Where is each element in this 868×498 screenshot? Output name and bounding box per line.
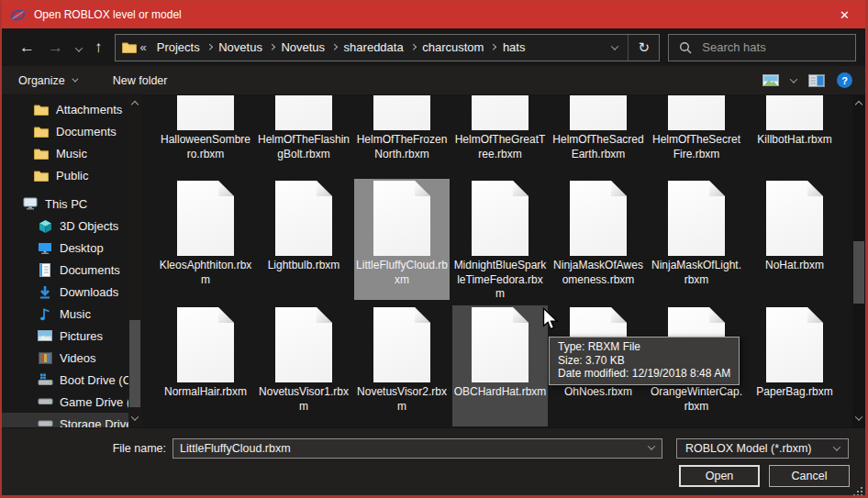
scrollbar-thumb[interactable] <box>129 320 140 407</box>
file-item[interactable]: NoHat.rbxm <box>747 179 842 300</box>
file-item[interactable]: NinjaMaskOfAwesomeness.rbxm <box>551 179 646 300</box>
drive-icon <box>37 397 53 406</box>
file-label: HalloweenSombrero.rbxm <box>159 133 252 161</box>
file-item-hovered[interactable]: OBCHardHat.rbxm <box>452 305 548 426</box>
refresh-button[interactable]: ↻ <box>629 35 659 61</box>
file-item[interactable]: PaperBag.rbxm <box>747 305 842 426</box>
file-list-scrollbar[interactable] <box>852 95 865 427</box>
history-dropdown[interactable] <box>70 39 88 55</box>
help-button[interactable]: ? <box>837 72 852 88</box>
file-item[interactable]: HalloweenSombrero.rbxm <box>158 95 253 174</box>
new-folder-button[interactable]: New folder <box>113 74 168 87</box>
file-label: HelmOfTheGreatTree.rbxm <box>453 133 547 161</box>
chevron-down-icon <box>833 443 840 450</box>
sidebar-item-public[interactable]: Public <box>2 164 141 186</box>
file-label: NovetusVisor1.rbxm <box>257 385 351 414</box>
breadcrumb-item[interactable]: hats <box>496 40 532 54</box>
address-dropdown-button[interactable] <box>602 35 628 61</box>
file-icon <box>766 95 823 130</box>
organize-button[interactable]: Organize <box>18 74 76 87</box>
sidebar-item-label: Attachments <box>56 103 122 116</box>
back-button[interactable]: ← <box>13 39 41 55</box>
file-icon <box>570 95 627 130</box>
change-view-icon[interactable] <box>762 74 779 86</box>
file-item[interactable]: NovetusVisor2.rbxm <box>354 305 450 426</box>
file-item[interactable]: HelmOfTheSacredEarth.rbxm <box>551 95 646 174</box>
file-item[interactable]: NormalHair.rbxm <box>158 305 253 426</box>
sidebar-item-downloads[interactable]: Downloads <box>2 281 141 303</box>
scrollbar-thumb[interactable] <box>853 241 864 304</box>
document-icon <box>37 263 53 277</box>
file-name-combobox[interactable] <box>172 438 662 459</box>
sidebar-item-documents[interactable]: Documents <box>2 259 141 281</box>
file-item[interactable]: Lightbulb.rbxm <box>256 179 351 300</box>
file-label: HelmOfTheFrozenNorth.rbxm <box>355 133 449 161</box>
sidebar-scrollbar[interactable] <box>128 95 141 427</box>
folder-icon <box>33 148 50 160</box>
breadcrumb-item[interactable]: Projects <box>150 40 206 54</box>
file-icon <box>668 95 725 130</box>
forward-button[interactable]: → <box>41 39 70 55</box>
file-item[interactable]: MidnightBlueSparkleTimeFedora.rbxm <box>452 179 548 300</box>
sidebar-item-documents-folder[interactable]: Documents <box>2 120 141 142</box>
file-label: KleosAphthiton.rbxm <box>159 259 252 287</box>
file-icon <box>177 307 234 382</box>
file-label: Lightbulb.rbxm <box>257 259 351 273</box>
resize-grip[interactable] <box>861 494 862 496</box>
sidebar-item-attachments[interactable]: Attachments <box>2 98 141 120</box>
sidebar-item-storage-drive[interactable]: Storage Drive (G <box>2 413 141 427</box>
sidebar-item-desktop[interactable]: Desktop <box>2 237 141 259</box>
breadcrumb-item[interactable]: shareddata <box>338 40 410 54</box>
file-icon <box>177 181 234 256</box>
file-item-selected[interactable]: LittleFluffyCloud.rbxm <box>354 179 450 300</box>
file-item[interactable]: KleosAphthiton.rbxm <box>158 179 253 300</box>
scroll-down-icon[interactable] <box>855 413 862 420</box>
view-dropdown-icon[interactable] <box>790 75 797 83</box>
file-item[interactable]: NovetusVisor1.rbxm <box>256 305 351 426</box>
file-type-select[interactable]: ROBLOX Model (*.rbxm) <box>676 438 849 459</box>
folder-icon <box>122 41 137 53</box>
sidebar-item-label: Music <box>56 147 87 160</box>
file-item[interactable]: NinjaMaskOfLight.rbxm <box>649 179 744 300</box>
cancel-button[interactable]: Cancel <box>769 465 850 487</box>
breadcrumb-item[interactable]: charcustom <box>416 40 490 54</box>
scroll-up-icon[interactable] <box>131 101 139 108</box>
chevron-down-icon <box>72 76 78 83</box>
file-item[interactable]: HelmOfTheGreatTree.rbxm <box>452 95 548 174</box>
file-label: OBCHardHat.rbxm <box>453 385 547 400</box>
file-list: HalloweenSombrero.rbxm HelmOfTheFlashing… <box>141 95 865 427</box>
tooltip-type: Type: RBXM File <box>558 340 730 354</box>
breadcrumb-item[interactable]: Novetus <box>274 40 331 54</box>
sidebar-item-this-pc[interactable]: This PC <box>2 193 141 215</box>
file-label: HelmOfTheSacredEarth.rbxm <box>551 133 645 161</box>
file-item[interactable]: HelmOfTheSecretFire.rbxm <box>649 95 744 174</box>
breadcrumb-overflow[interactable]: « <box>140 40 147 54</box>
scroll-down-icon[interactable] <box>131 413 139 420</box>
sidebar-item-pictures[interactable]: Pictures <box>2 325 141 347</box>
sidebar-item-game-drive[interactable]: Game Drive (D:) <box>2 391 141 413</box>
sidebar-item-music-folder[interactable]: Music <box>2 142 141 164</box>
breadcrumb-item[interactable]: Novetus <box>212 40 269 54</box>
sidebar-item-boot-drive[interactable]: Boot Drive (C:) <box>2 369 141 391</box>
file-item[interactable]: KillbotHat.rbxm <box>747 95 842 174</box>
file-name-input[interactable] <box>172 438 662 459</box>
up-button[interactable]: ↑ <box>88 39 109 55</box>
scroll-up-icon[interactable] <box>855 101 862 108</box>
open-file-dialog: Open ROBLOX level or model ✕ ← → ↑ « Pro… <box>0 0 868 498</box>
open-button[interactable]: Open <box>679 465 760 487</box>
preview-pane-icon[interactable] <box>808 74 825 87</box>
sidebar-item-music[interactable]: Music <box>2 303 141 325</box>
sidebar-item-videos[interactable]: Videos <box>2 347 141 369</box>
sidebar-item-3d-objects[interactable]: 3D Objects <box>2 215 141 237</box>
file-item[interactable]: HelmOfTheFlashingBolt.rbxm <box>256 95 351 174</box>
file-icon <box>766 181 823 256</box>
close-button[interactable]: ✕ <box>824 1 865 28</box>
command-toolbar: Organize New folder ? <box>2 66 865 95</box>
address-bar[interactable]: « Projects Novetus Novetus shareddata ch… <box>115 34 661 61</box>
search-box[interactable] <box>668 34 856 61</box>
film-icon <box>37 352 53 364</box>
file-item[interactable]: HelmOfTheFrozenNorth.rbxm <box>354 95 450 174</box>
file-row: NormalHair.rbxm NovetusVisor1.rbxm Novet… <box>158 305 845 426</box>
search-input[interactable] <box>700 39 838 55</box>
tooltip-size: Size: 3.70 KB <box>558 354 730 368</box>
